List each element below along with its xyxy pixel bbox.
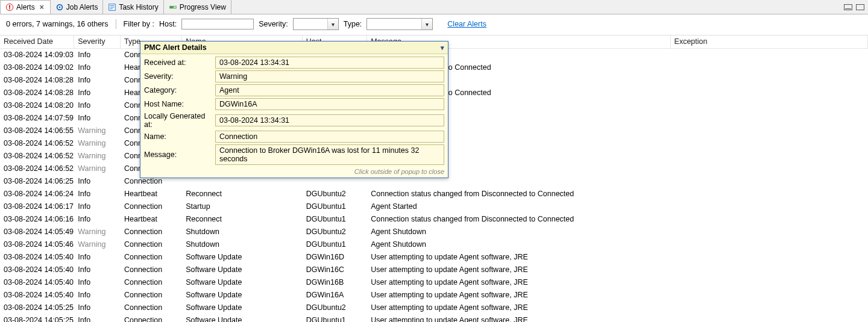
table-cell: 03-08-2024 14:06:17 [0, 200, 74, 213]
table-row[interactable]: 03-08-2024 14:06:24InfoHeartbeatReconnec… [0, 188, 868, 200]
tab-alerts-label: Alerts [16, 3, 35, 11]
table-cell: Info [74, 87, 121, 99]
table-cell: Connection status changed from Disconnec… [367, 188, 670, 200]
table-cell [670, 49, 867, 62]
severity-filter-label: Severity: [259, 20, 288, 28]
table-cell: Info [74, 289, 121, 302]
table-cell: 03-08-2024 14:05:25 [0, 314, 74, 322]
table-cell: 03-08-2024 14:06:52 [0, 150, 74, 163]
table-row[interactable]: 03-08-2024 14:05:40InfoConnectionSoftwar… [0, 289, 868, 302]
popup-row-message: Message: Connection to Broker DGWin16A w… [144, 144, 444, 165]
popup-label: Message: [144, 150, 215, 159]
popup-value: Warning [215, 70, 444, 82]
popup-label: Name: [144, 132, 215, 141]
window-controls [844, 0, 868, 14]
table-cell: Info [74, 99, 121, 112]
alerts-summary: 0 errors, 7 warnings, 16 others [6, 20, 108, 28]
tab-progress-view-label: Progress View [180, 3, 226, 11]
table-cell: Connection [120, 200, 181, 213]
svg-rect-1 [9, 5, 10, 8]
table-cell: DGWin16A [302, 289, 366, 302]
chevron-down-icon[interactable]: ▾ [441, 44, 444, 52]
popup-body: Received at: 03-08-2024 13:34:31 Severit… [140, 54, 448, 168]
table-row[interactable]: 03-08-2024 14:05:40InfoConnectionSoftwar… [0, 276, 868, 289]
table-cell: Shutdown [182, 226, 303, 238]
table-cell: Warning [74, 125, 121, 137]
table-cell: Info [74, 188, 121, 200]
table-row[interactable]: 03-08-2024 14:05:40InfoConnectionSoftwar… [0, 251, 868, 264]
table-cell: Info [74, 61, 121, 74]
table-cell [670, 175, 867, 188]
table-cell: Info [74, 314, 121, 322]
table-row[interactable]: 03-08-2024 14:05:49WarningConnectionShut… [0, 226, 868, 238]
table-row[interactable]: 03-08-2024 14:05:25InfoConnectionSoftwar… [0, 302, 868, 314]
filter-bar: 0 errors, 7 warnings, 16 others Filter b… [0, 14, 868, 36]
table-cell: 03-08-2024 14:06:52 [0, 137, 74, 150]
close-icon[interactable]: × [39, 3, 45, 11]
table-cell [670, 74, 867, 87]
type-filter-select[interactable]: ▾ [366, 18, 433, 30]
table-row[interactable]: 03-08-2024 14:06:16InfoHeartbeatReconnec… [0, 213, 868, 226]
table-row[interactable]: 03-08-2024 14:05:40InfoConnectionSoftwar… [0, 264, 868, 276]
table-cell: Reconnect [182, 213, 303, 226]
table-row[interactable]: 03-08-2024 14:06:17InfoConnectionStartup… [0, 200, 868, 213]
table-cell [670, 314, 867, 322]
col-severity[interactable]: Severity [74, 36, 121, 49]
tab-alerts[interactable]: Alerts × [0, 0, 51, 14]
table-cell: Heartbeat [120, 188, 181, 200]
table-cell: Agent Shutdown [367, 226, 670, 238]
popup-footer-hint: Click outside of popup to close [140, 168, 448, 178]
table-cell: User attempting to update Agent software… [367, 289, 670, 302]
table-cell: Warning [74, 238, 121, 251]
popup-header: PMC Alert Details ▾ [140, 42, 448, 54]
table-cell: Info [74, 49, 121, 62]
table-cell: Connection [120, 314, 181, 322]
separator [116, 19, 116, 29]
col-exception[interactable]: Exception [670, 36, 867, 49]
popup-value: Agent [215, 84, 444, 96]
table-cell: 03-08-2024 14:05:46 [0, 238, 74, 251]
table-cell: DGUbuntu1 [302, 200, 366, 213]
table-cell: 03-08-2024 14:06:52 [0, 163, 74, 175]
table-cell [670, 226, 867, 238]
alert-details-popup: PMC Alert Details ▾ Received at: 03-08-2… [140, 41, 448, 178]
table-cell: DGUbuntu2 [302, 302, 366, 314]
table-cell: User attempting to update Agent software… [367, 264, 670, 276]
popup-value: Connection to Broker DGWin16A was lost f… [215, 144, 444, 165]
tab-job-alerts[interactable]: Job Alerts [51, 0, 104, 14]
table-row[interactable]: 03-08-2024 14:05:46WarningConnectionShut… [0, 238, 868, 251]
table-cell: User attempting to update Agent software… [367, 276, 670, 289]
table-cell [670, 99, 867, 112]
table-cell: Warning [74, 226, 121, 238]
table-cell [670, 276, 867, 289]
type-filter-label: Type: [344, 20, 362, 28]
table-cell: 03-08-2024 14:08:20 [0, 99, 74, 112]
tab-task-history[interactable]: Task History [103, 0, 163, 14]
table-cell: Reconnect [182, 188, 303, 200]
table-cell: 03-08-2024 14:05:40 [0, 276, 74, 289]
severity-filter-select[interactable]: ▾ [293, 18, 339, 30]
table-row[interactable]: 03-08-2024 14:05:25InfoConnectionSoftwar… [0, 314, 868, 322]
table-cell: 03-08-2024 14:09:02 [0, 61, 74, 74]
tab-progress-view[interactable]: Progress View [164, 0, 231, 14]
table-cell: DGUbuntu1 [302, 238, 366, 251]
clear-alerts-link[interactable]: Clear Alerts [447, 20, 486, 28]
minimize-icon[interactable] [844, 4, 852, 10]
table-cell [670, 264, 867, 276]
popup-label: Received at: [144, 58, 215, 67]
table-cell: DGWin16C [302, 264, 366, 276]
chevron-down-icon: ▾ [421, 19, 432, 29]
svg-point-4 [58, 6, 60, 8]
table-cell: Software Update [182, 276, 303, 289]
table-cell: 03-08-2024 14:05:40 [0, 289, 74, 302]
maximize-icon[interactable] [856, 4, 864, 10]
host-filter-label: Host: [159, 20, 177, 28]
table-cell: Software Update [182, 251, 303, 264]
popup-row-locally-generated: Locally Generated at: 03-08-2024 13:34:3… [144, 112, 444, 129]
col-received-date[interactable]: Received Date [0, 36, 74, 49]
table-cell: DGUbuntu1 [302, 314, 366, 322]
table-cell: Info [74, 251, 121, 264]
host-filter-input[interactable] [181, 19, 254, 29]
table-cell: DGUbuntu2 [302, 188, 366, 200]
table-cell [670, 61, 867, 74]
